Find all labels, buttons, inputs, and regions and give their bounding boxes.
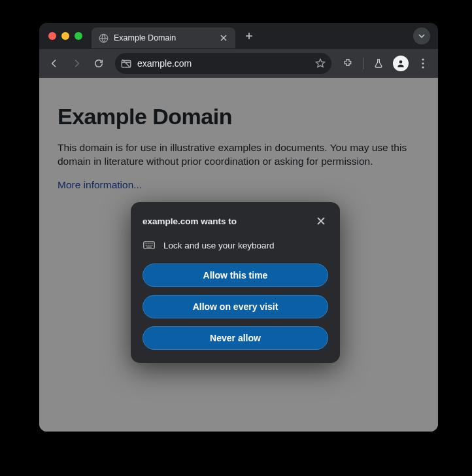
avatar <box>393 56 409 71</box>
window-controls <box>48 32 82 40</box>
never-allow-button[interactable]: Never allow <box>143 326 328 350</box>
permission-dialog-title: example.com wants to <box>143 216 237 226</box>
forward-button[interactable] <box>67 54 86 73</box>
globe-icon <box>98 33 109 43</box>
browser-window: Example Domain <box>39 23 438 432</box>
keyboard-icon <box>143 239 156 252</box>
reload-button[interactable] <box>89 54 109 73</box>
browser-tab[interactable]: Example Domain <box>92 27 235 48</box>
extensions-button[interactable] <box>338 54 358 73</box>
allow-every-visit-button[interactable]: Allow on every visit <box>143 295 328 318</box>
address-bar[interactable]: example.com <box>115 53 331 74</box>
tab-search-button[interactable] <box>413 27 430 44</box>
svg-point-2 <box>399 60 403 63</box>
tab-close-button[interactable] <box>218 33 229 43</box>
permission-dialog: example.com wants to Lock and use your k… <box>131 202 340 363</box>
site-info-icon[interactable] <box>120 58 132 69</box>
svg-rect-6 <box>144 242 155 249</box>
bookmark-star-icon[interactable] <box>314 58 326 69</box>
labs-button[interactable] <box>369 54 388 73</box>
back-button[interactable] <box>44 54 64 73</box>
permission-request-label: Lock and use your keyboard <box>163 241 275 250</box>
toolbar-divider <box>363 58 363 69</box>
window-minimize-button[interactable] <box>61 32 69 40</box>
tab-title: Example Domain <box>114 33 213 42</box>
profile-button[interactable] <box>391 54 411 73</box>
toolbar: example.com <box>39 49 438 78</box>
window-fullscreen-button[interactable] <box>75 32 82 40</box>
allow-this-time-button[interactable]: Allow this time <box>143 264 328 287</box>
new-tab-button[interactable] <box>241 27 258 44</box>
permission-request-row: Lock and use your keyboard <box>143 239 328 252</box>
svg-point-4 <box>422 62 424 64</box>
svg-point-5 <box>422 66 424 68</box>
svg-point-3 <box>422 58 424 60</box>
tab-strip: Example Domain <box>39 23 438 49</box>
window-close-button[interactable] <box>48 32 56 40</box>
permission-dialog-close-button[interactable] <box>314 214 328 228</box>
viewport: Example Domain This domain is for use in… <box>39 78 438 432</box>
url-text: example.com <box>137 58 309 69</box>
menu-button[interactable] <box>413 54 433 73</box>
